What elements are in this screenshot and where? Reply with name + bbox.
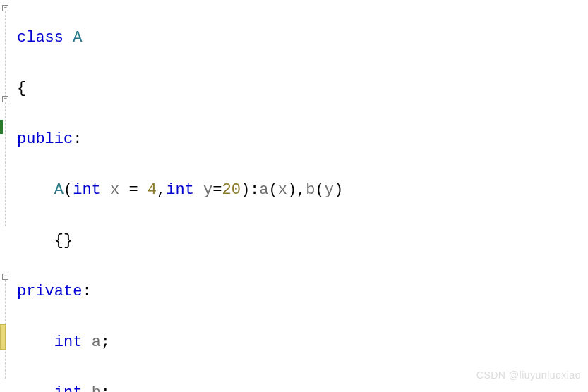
fold-minus-icon[interactable]: − [2,274,8,280]
fold-minus-icon[interactable]: − [2,5,8,11]
code-line: public: [17,127,588,152]
watermark: CSDN @liuyunluoxiao [476,362,581,388]
fold-minus-icon[interactable]: − [2,96,8,102]
code-area[interactable]: class A { public: A(int x = 4,int y=20):… [11,0,588,392]
code-line: private: [17,279,588,305]
code-editor: − − − class A { public: A(int x = 4,int … [0,0,588,392]
gutter: − − − [0,0,11,392]
code-line: int a; [17,330,588,355]
code-line: class A [17,25,588,51]
code-line: A(int x = 4,int y=20):a(x),b(y) [17,178,588,203]
code-line: {} [17,228,588,254]
code-line: { [17,76,588,102]
